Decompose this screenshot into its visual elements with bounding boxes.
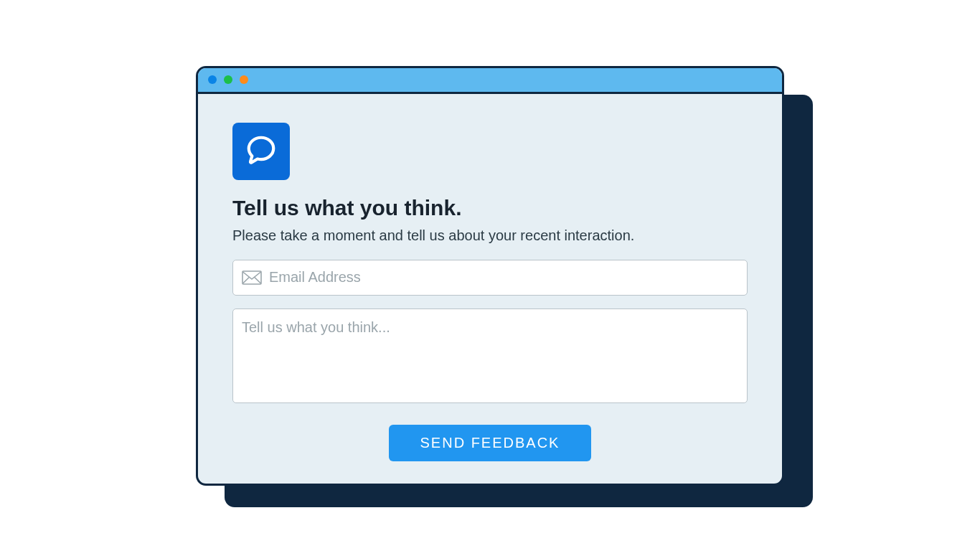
feedback-textarea[interactable] xyxy=(232,309,748,403)
send-feedback-button[interactable]: SEND FEEDBACK xyxy=(389,425,592,461)
traffic-light-minimize[interactable] xyxy=(224,75,232,84)
submit-row: SEND FEEDBACK xyxy=(232,425,748,461)
speech-bubble-icon xyxy=(245,133,278,169)
feedback-window: Tell us what you think. Please take a mo… xyxy=(196,66,784,486)
feedback-form: Tell us what you think. Please take a mo… xyxy=(198,94,782,476)
app-logo xyxy=(232,123,290,180)
form-subheading: Please take a moment and tell us about y… xyxy=(232,227,748,244)
window-titlebar xyxy=(198,68,782,94)
traffic-light-zoom[interactable] xyxy=(240,75,248,84)
envelope-icon xyxy=(242,270,262,285)
traffic-light-close[interactable] xyxy=(208,75,217,84)
form-heading: Tell us what you think. xyxy=(232,196,748,220)
email-input[interactable] xyxy=(269,269,738,286)
window-frame: Tell us what you think. Please take a mo… xyxy=(196,66,784,486)
email-field-wrapper xyxy=(232,260,748,296)
